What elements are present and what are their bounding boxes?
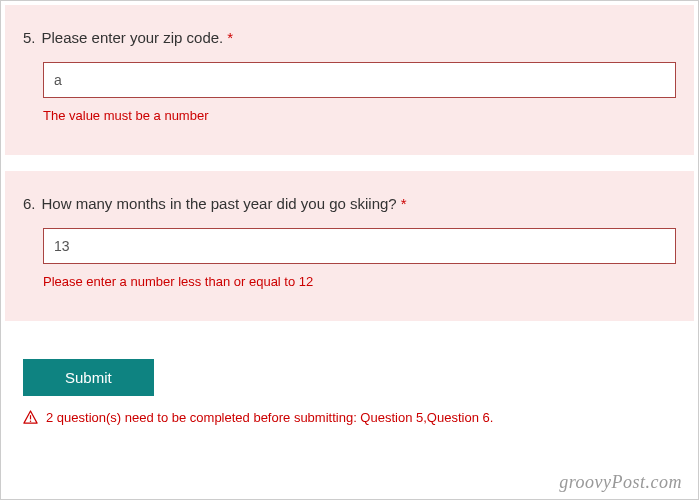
required-indicator: * <box>401 195 407 212</box>
zip-code-input[interactable] <box>43 62 676 98</box>
question-number: 5. <box>23 29 36 46</box>
question-number: 6. <box>23 195 36 212</box>
watermark: groovyPost.com <box>559 472 682 493</box>
error-message: The value must be a number <box>43 108 676 123</box>
warning-icon <box>23 410 38 425</box>
question-row: 5. Please enter your zip code. * <box>23 29 676 46</box>
submit-row: Submit <box>5 337 694 404</box>
question-label: How many months in the past year did you… <box>42 195 397 212</box>
question-label: Please enter your zip code. <box>42 29 224 46</box>
question-block-5: 5. Please enter your zip code. * The val… <box>5 5 694 155</box>
summary-error-text: 2 question(s) need to be completed befor… <box>46 410 493 425</box>
question-row: 6. How many months in the past year did … <box>23 195 676 212</box>
input-wrap <box>43 228 676 264</box>
required-indicator: * <box>227 29 233 46</box>
svg-point-1 <box>30 421 32 423</box>
submit-button[interactable]: Submit <box>23 359 154 396</box>
summary-error-row: 2 question(s) need to be completed befor… <box>5 404 694 431</box>
input-wrap <box>43 62 676 98</box>
skiing-months-input[interactable] <box>43 228 676 264</box>
error-message: Please enter a number less than or equal… <box>43 274 676 289</box>
question-block-6: 6. How many months in the past year did … <box>5 171 694 321</box>
